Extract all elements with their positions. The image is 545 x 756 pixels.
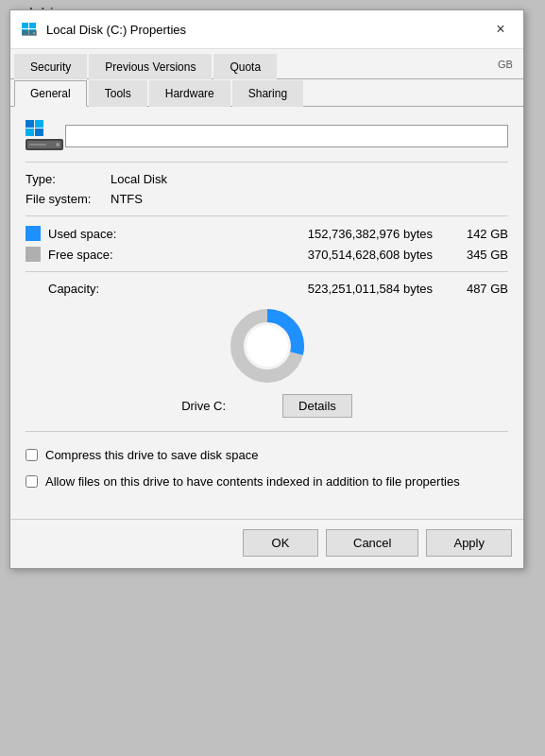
svg-point-16 — [247, 325, 288, 367]
svg-point-5 — [33, 32, 35, 34]
donut-chart — [225, 303, 310, 388]
gb-indicator: GB — [491, 53, 519, 78]
index-contents-checkbox[interactable] — [26, 475, 38, 488]
close-button[interactable]: × — [489, 18, 512, 41]
svg-rect-9 — [35, 129, 43, 136]
tabs-row-1: Security Previous Versions Quota GB — [10, 49, 523, 79]
separator-3 — [26, 271, 508, 272]
tab-previous-versions[interactable]: Previous Versions — [89, 54, 212, 79]
free-space-row: Free space: 370,514,628,608 bytes 345 GB — [26, 247, 508, 262]
capacity-label: Capacity: — [26, 282, 129, 296]
capacity-gb: 487 GB — [451, 282, 508, 296]
compress-drive-checkbox[interactable] — [26, 449, 38, 461]
chart-bottom-row: Drive C: Details — [26, 394, 508, 418]
used-space-label: Used space: — [48, 227, 133, 241]
details-button[interactable]: Details — [282, 394, 352, 418]
tab-tools[interactable]: Tools — [89, 80, 147, 107]
button-row: OK Cancel Apply — [10, 519, 523, 568]
capacity-bytes: 523,251,011,584 bytes — [129, 282, 451, 296]
used-space-color — [26, 226, 41, 241]
free-space-bytes: 370,514,628,608 bytes — [133, 248, 451, 262]
drive-icon-row — [26, 120, 508, 152]
compress-drive-row: Compress this drive to save disk space — [26, 447, 508, 464]
svg-rect-6 — [26, 120, 34, 128]
ok-button[interactable]: OK — [243, 529, 318, 557]
drive-c-label: Drive C: — [181, 399, 226, 413]
content-area: Type: Local Disk File system: NTFS Used … — [10, 107, 523, 519]
filesystem-row: File system: NTFS — [26, 192, 508, 206]
tab-security[interactable]: Security — [14, 54, 87, 79]
svg-rect-8 — [26, 129, 34, 136]
used-space-bytes: 152,736,382,976 bytes — [133, 227, 451, 241]
svg-rect-1 — [29, 23, 36, 28]
tab-quota[interactable]: Quota — [213, 54, 277, 79]
checkbox-section: Compress this drive to save disk space A… — [26, 441, 508, 506]
index-contents-row: Allow files on this drive to have conten… — [26, 473, 508, 490]
tab-general[interactable]: General — [14, 80, 87, 107]
title-bar-icon — [22, 23, 39, 36]
free-space-color — [26, 247, 41, 262]
separator-1 — [26, 162, 508, 163]
separator-4 — [26, 431, 508, 432]
index-contents-label: Allow files on this drive to have conten… — [45, 473, 460, 490]
svg-rect-0 — [22, 23, 28, 28]
capacity-row: Capacity: 523,251,011,584 bytes 487 GB — [26, 282, 508, 296]
drive-name-input[interactable] — [65, 125, 508, 147]
used-space-gb: 142 GB — [451, 227, 508, 241]
chart-section: Drive C: Details — [26, 296, 508, 421]
free-space-label: Free space: — [48, 248, 133, 262]
drive-icon — [26, 120, 65, 152]
free-space-gb: 345 GB — [451, 248, 508, 262]
cancel-button[interactable]: Cancel — [326, 529, 418, 557]
svg-point-12 — [56, 143, 60, 146]
separator-2 — [26, 215, 508, 216]
type-row: Type: Local Disk — [26, 172, 508, 186]
svg-rect-13 — [29, 144, 46, 146]
type-value: Local Disk — [111, 172, 167, 186]
compress-drive-label: Compress this drive to save disk space — [45, 447, 258, 464]
dialog-title: Local Disk (C:) Properties — [46, 23, 489, 37]
type-label: Type: — [26, 172, 111, 186]
filesystem-label: File system: — [26, 192, 111, 206]
filesystem-value: NTFS — [111, 192, 143, 206]
svg-rect-7 — [35, 120, 43, 128]
tab-sharing[interactable]: Sharing — [232, 80, 303, 107]
title-bar: Local Disk (C:) Properties × — [10, 10, 523, 49]
tab-hardware[interactable]: Hardware — [149, 80, 230, 107]
used-space-row: Used space: 152,736,382,976 bytes 142 GB — [26, 226, 508, 241]
tabs-row-2: General Tools Hardware Sharing — [10, 79, 523, 107]
apply-button[interactable]: Apply — [426, 529, 512, 557]
properties-dialog: Local Disk (C:) Properties × Security Pr… — [9, 9, 524, 569]
